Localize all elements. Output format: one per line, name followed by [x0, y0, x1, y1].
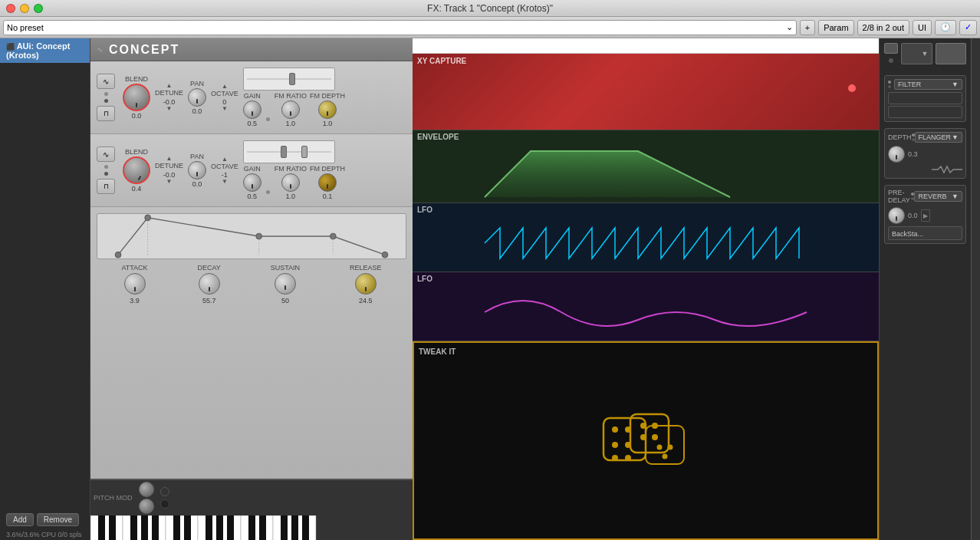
pitchmod-knob2[interactable] — [139, 499, 154, 514]
backstage-btn[interactable]: BackSta... — [888, 226, 962, 240]
flanger-dot2 — [912, 138, 915, 141]
piano-svg — [90, 515, 413, 540]
maximize-button[interactable] — [34, 4, 43, 13]
osc2-waveform-btn[interactable]: ∿ — [97, 147, 115, 162]
osc1-pan-knob[interactable] — [188, 88, 206, 107]
pitchmod-knob1[interactable] — [139, 482, 154, 497]
minimize-button[interactable] — [20, 4, 29, 13]
reverb-dropdown[interactable]: REVERB ▼ — [914, 191, 962, 202]
osc2-octave-group: ▲ OCTAVE -1 ▼ — [211, 156, 238, 185]
osc2-blend-group: BLEND 0.4 — [123, 148, 150, 193]
depth-knob[interactable] — [888, 146, 905, 163]
release-group: RELEASE 24.5 — [350, 264, 382, 305]
osc1-gain-knob[interactable] — [243, 100, 261, 119]
svg-rect-32 — [141, 515, 148, 540]
xy-capture-panel[interactable]: XY CAPTURE — [413, 54, 879, 130]
svg-point-51 — [625, 455, 631, 461]
osc1-detune-up[interactable]: ▲ — [166, 83, 173, 89]
osc2-blend-knob[interactable] — [123, 156, 150, 184]
filter-dropdown[interactable]: FILTER ▼ — [894, 79, 962, 90]
svg-rect-37 — [216, 515, 223, 540]
attack-knob[interactable] — [124, 273, 146, 295]
osc1-fmratio-knob[interactable] — [281, 100, 300, 119]
svg-rect-43 — [302, 515, 309, 540]
osc2-fmratio-knob[interactable] — [281, 173, 300, 192]
routing-btn1[interactable] — [884, 43, 898, 54]
env-vis-label: ENVELOPE — [413, 130, 879, 143]
title-bar: FX: Track 1 "Concept (Krotos)" — [0, 0, 980, 17]
clock-button[interactable]: 🕐 — [935, 20, 956, 35]
lfo2-svg — [413, 285, 879, 339]
pm-dot1 — [160, 487, 169, 496]
env-display — [97, 213, 406, 259]
osc2-pan-knob[interactable] — [188, 161, 206, 179]
osc1-fmdepth-group: FM DEPTH 1.0 — [310, 92, 345, 127]
osc2-dot1 — [104, 165, 108, 169]
osc2-detune-up[interactable]: ▲ — [166, 156, 173, 162]
piano-keys[interactable] — [90, 515, 413, 540]
flanger-module: DEPTH FLANGER ▼ 0.3 — [884, 128, 966, 179]
check-button[interactable]: ✓ — [959, 20, 977, 35]
osc2-pan-group: PAN 0.0 — [188, 153, 206, 188]
predelay-play-btn[interactable]: ▶ — [921, 209, 930, 222]
osc1-gain-group: GAIN 0.5 — [243, 92, 261, 127]
ui-button[interactable]: UI — [913, 20, 932, 35]
svg-rect-35 — [184, 515, 191, 540]
fx-dropdown-main[interactable]: ▼ — [901, 43, 932, 64]
remove-track-button[interactable]: Remove — [37, 513, 79, 526]
svg-point-48 — [612, 442, 618, 448]
left-sidebar: ⬛ AUi: Concept (Krotos) Add Remove 3.6%/… — [0, 38, 90, 540]
routing-button[interactable]: 2/8 in 2 out — [857, 20, 909, 35]
waveform-icon — [932, 165, 962, 174]
osc2-fmdepth-knob[interactable] — [318, 173, 337, 192]
osc2-fm-slider[interactable] — [247, 151, 331, 153]
lfo2-label: LFO — [413, 272, 879, 285]
osc1-blend-knob[interactable] — [123, 84, 150, 111]
osc2-octave-down[interactable]: ▼ — [222, 179, 228, 185]
window-controls[interactable] — [6, 4, 43, 13]
decay-knob[interactable] — [199, 273, 220, 295]
osc1-square-btn[interactable]: ⊓ — [97, 106, 115, 121]
osc1-detune-down[interactable]: ▼ — [166, 106, 173, 112]
svg-rect-30 — [109, 515, 116, 540]
svg-point-58 — [657, 444, 663, 449]
scrollbar[interactable] — [971, 38, 980, 540]
add-track-button[interactable]: Add — [6, 513, 34, 526]
osc2-square-btn[interactable]: ⊓ — [97, 179, 115, 194]
svg-point-60 — [663, 453, 668, 459]
release-knob[interactable] — [355, 273, 377, 295]
preset-select[interactable]: No preset ⌄ — [3, 20, 797, 35]
close-button[interactable] — [6, 4, 15, 13]
osc2-octave-up[interactable]: ▲ — [222, 156, 228, 163]
osc1-fm-slider[interactable] — [247, 78, 331, 80]
svg-point-4 — [382, 252, 388, 258]
osc1-waveform-btn[interactable]: ∿ — [97, 74, 115, 89]
synth-header: ∿ CONCEPT — [90, 38, 413, 61]
osc1-fmdepth-knob[interactable] — [318, 100, 337, 119]
osc2-detune-down[interactable]: ▼ — [166, 179, 173, 185]
attack-group: ATTACK 3.9 — [121, 264, 147, 305]
sustain-knob[interactable] — [275, 273, 296, 295]
flanger-dropdown[interactable]: FLANGER ▼ — [915, 132, 962, 143]
svg-rect-36 — [206, 515, 212, 540]
routing-dot — [889, 58, 893, 63]
predelay-knob[interactable] — [888, 207, 905, 224]
synth-title: CONCEPT — [109, 43, 179, 57]
decay-group: DECAY 55.7 — [198, 264, 221, 305]
add-button[interactable]: + — [800, 20, 815, 35]
lfo1-label: LFO — [413, 203, 879, 216]
svg-point-0 — [115, 252, 121, 258]
osc2-gain-knob[interactable] — [243, 173, 261, 192]
svg-point-56 — [652, 434, 658, 440]
osc1-fm-display — [243, 68, 335, 91]
cpu-info: 3.6%/3.6% CPU 0/0 spls — [0, 529, 90, 540]
osc1-octave-up[interactable]: ▲ — [222, 84, 228, 90]
tweak-panel[interactable]: TWEAK IT — [413, 341, 879, 540]
osc2-dot2 — [104, 172, 108, 176]
param-button[interactable]: Param — [818, 20, 853, 35]
osc1-octave-down[interactable]: ▼ — [222, 106, 228, 112]
envelope-panel: ENVELOPE — [413, 130, 879, 203]
svg-rect-33 — [152, 515, 159, 540]
window-title: FX: Track 1 "Concept (Krotos)" — [427, 3, 553, 14]
reverb-module: PRE-DELAY REVERB ▼ 0.0 ▶ — [884, 185, 966, 244]
